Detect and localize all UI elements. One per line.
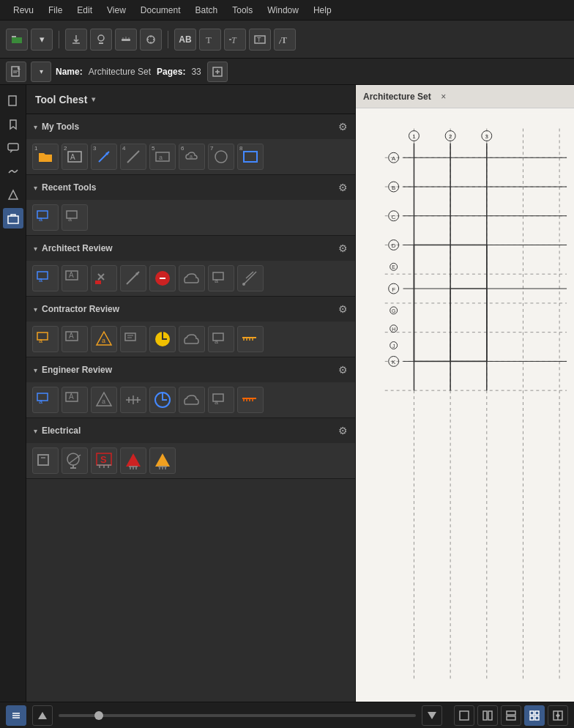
my-tool-3[interactable]: 3 [91, 144, 117, 170]
contr-tool-4[interactable] [120, 326, 146, 352]
my-tool-6[interactable]: 6 a [179, 144, 205, 170]
recent-tool-2[interactable]: a [61, 204, 88, 231]
doc-dropdown-button[interactable]: ▾ [31, 62, 51, 82]
section-electrical: ▾ Electrical ⚙ S [26, 418, 355, 479]
sidebar-icon-bookmarks[interactable] [3, 114, 23, 135]
typewriter-button[interactable]: T [199, 29, 221, 51]
eng-tool-1[interactable]: a [32, 387, 59, 413]
section-architect-review-gear[interactable]: ⚙ [338, 242, 348, 254]
svg-marker-158 [428, 712, 436, 719]
section-engineer-review-gear[interactable]: ⚙ [338, 364, 348, 376]
attach-button[interactable] [65, 29, 87, 51]
layout-grid-button[interactable] [524, 705, 545, 726]
my-tool-1[interactable]: 1 [32, 144, 59, 170]
layout-compare-button[interactable] [548, 705, 568, 726]
arch-tool-4[interactable] [120, 265, 146, 291]
sep2 [168, 31, 168, 48]
arch-tool-2[interactable]: A [61, 265, 88, 291]
section-contractor-review-header[interactable]: ▾ Contractor Review ⚙ [26, 297, 355, 322]
arch-tool-1[interactable]: a [32, 265, 59, 291]
section-electrical-header[interactable]: ▾ Electrical ⚙ [26, 418, 355, 443]
elec-tool-4[interactable] [120, 447, 146, 474]
contr-tool-7[interactable]: a [208, 326, 234, 352]
sidebar-icon-measurements[interactable] [3, 185, 23, 205]
eng-tool-3[interactable]: a [91, 387, 117, 413]
doc-open-button[interactable] [207, 62, 228, 82]
menu-edit[interactable]: Edit [70, 2, 100, 18]
text-format-button[interactable]: AB [174, 29, 196, 51]
elec-tool-3[interactable]: S [91, 447, 117, 474]
arch-tool-8[interactable] [237, 265, 264, 291]
section-architect-review-header[interactable]: ▾ Architect Review ⚙ [26, 236, 355, 261]
menu-view[interactable]: View [100, 2, 133, 18]
calibrate-button[interactable] [140, 29, 162, 51]
sidebar-icon-toolchest[interactable] [3, 208, 23, 229]
recent-tool-1[interactable]: a [32, 204, 59, 231]
section-recent-tools-header[interactable]: ▾ Recent Tools ⚙ [26, 175, 355, 200]
my-tool-7[interactable]: 7 [208, 144, 234, 170]
contr-tool-3[interactable]: a [91, 326, 117, 352]
arch-tool-6[interactable] [179, 265, 205, 291]
arch-tool-7[interactable]: a [208, 265, 234, 291]
open-dropdown[interactable]: ▾ [31, 29, 53, 51]
layout-single-button[interactable] [454, 705, 474, 726]
menu-tools[interactable]: Tools [225, 2, 260, 18]
arch-tool-3[interactable] [91, 265, 117, 291]
eng-tool-7[interactable]: a [208, 387, 234, 413]
layout-two-row-button[interactable] [501, 705, 521, 726]
my-tool-8[interactable]: 8 [237, 144, 264, 170]
menu-help[interactable]: Help [306, 2, 339, 18]
eng-tool-8[interactable] [237, 387, 264, 413]
sidebar-icon-signatures[interactable] [3, 161, 23, 182]
eng-tool-6[interactable] [179, 387, 205, 413]
statusbar-triangle-button[interactable] [32, 705, 53, 726]
section-recent-tools-gear[interactable]: ⚙ [338, 182, 348, 193]
elec-tool-5[interactable] [149, 447, 176, 474]
contr-tool-8[interactable] [237, 326, 264, 352]
eng-tool-4[interactable] [120, 387, 146, 413]
measure-button[interactable] [115, 29, 137, 51]
cloud-text-button[interactable]: T [274, 29, 296, 51]
statusbar-menu-button[interactable] [6, 705, 26, 726]
contr-tool-1[interactable]: a [32, 326, 59, 352]
section-engineer-review-header[interactable]: ▾ Engineer Review ⚙ [26, 357, 355, 382]
new-doc-button[interactable] [6, 62, 26, 82]
my-tool-4[interactable]: 4 [120, 144, 146, 170]
slider-thumb[interactable] [94, 711, 103, 720]
my-tool-5[interactable]: 5 a [149, 144, 176, 170]
section-contractor-review-gear[interactable]: ⚙ [338, 303, 348, 315]
callout-button[interactable]: T [224, 29, 246, 51]
arch-close-button[interactable]: × [437, 90, 450, 103]
eng-tool-5[interactable] [149, 387, 176, 413]
textbox-button[interactable]: T [249, 29, 271, 51]
section-my-tools-header[interactable]: ▾ My Tools ⚙ [26, 114, 355, 139]
menu-document[interactable]: Document [133, 2, 188, 18]
elec-tool-2[interactable] [61, 447, 88, 474]
menu-batch[interactable]: Batch [188, 2, 225, 18]
statusbar-triangle-right-button[interactable] [422, 705, 442, 726]
svg-text:A: A [69, 332, 74, 340]
sidebar-icon-pages[interactable] [3, 91, 23, 111]
recent-tools-grid: a a [26, 200, 355, 235]
slider-track[interactable] [59, 714, 416, 717]
menu-file[interactable]: File [41, 2, 70, 18]
menu-revu[interactable]: Revu [6, 2, 41, 18]
layout-two-col-button[interactable] [477, 705, 498, 726]
svg-text:a: a [68, 215, 72, 223]
my-tool-2[interactable]: 2 A [61, 144, 88, 170]
section-electrical-gear[interactable]: ⚙ [338, 425, 348, 437]
eng-tool-2[interactable]: A [61, 387, 88, 413]
contr-tool-6[interactable] [179, 326, 205, 352]
contr-tool-5[interactable] [149, 326, 176, 352]
elec-tool-1[interactable] [32, 447, 59, 474]
stamp-button[interactable] [90, 29, 112, 51]
sep1 [59, 31, 59, 48]
arch-tool-5[interactable] [149, 265, 176, 291]
tool-chest-title-button[interactable]: Tool Chest ▾ [35, 94, 95, 105]
menu-window[interactable]: Window [260, 2, 306, 18]
svg-text:E: E [392, 264, 395, 270]
contr-tool-2[interactable]: A [61, 326, 88, 352]
open-button[interactable] [6, 29, 28, 51]
sidebar-icon-comments[interactable] [3, 138, 23, 158]
section-my-tools-gear[interactable]: ⚙ [338, 121, 348, 133]
